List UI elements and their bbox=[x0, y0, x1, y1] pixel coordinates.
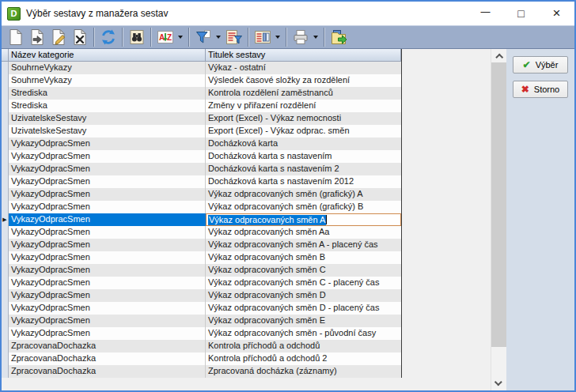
table-row[interactable]: VykazyOdpracSmenVýkaz odpracovaných směn… bbox=[2, 188, 401, 201]
table-row[interactable]: VykazyOdpracSmenDocházková karta s nasta… bbox=[2, 150, 401, 163]
title-cell[interactable]: Výkaz odpracovaných směn (grafický) A bbox=[206, 188, 401, 201]
category-cell[interactable]: Strediska bbox=[9, 100, 206, 112]
table-row[interactable]: VykazyOdpracSmenVýkaz odpracovaných směn… bbox=[2, 264, 401, 277]
category-cell[interactable]: VykazyOdpracSmen bbox=[9, 302, 206, 315]
filter-dropdown-button[interactable] bbox=[214, 27, 223, 47]
sort-az-button[interactable]: AZ bbox=[154, 27, 176, 47]
cancel-button[interactable]: ✖ Storno bbox=[513, 81, 568, 98]
filter-list-button[interactable] bbox=[223, 27, 244, 47]
scroll-up-button[interactable] bbox=[491, 49, 506, 62]
category-cell[interactable]: VykazyOdpracSmen bbox=[9, 163, 206, 175]
table-row[interactable]: ZpracovanaDochazkaZpracovaná docházka (z… bbox=[2, 365, 401, 378]
table-row[interactable]: UzivatelskeSestavyExport (Excel) - Výkaz… bbox=[2, 112, 401, 125]
edit-report-button[interactable] bbox=[47, 27, 69, 47]
title-cell[interactable]: Kontrola příchodů a odchodů bbox=[206, 340, 401, 352]
title-cell[interactable]: Kontrola příchodů a odchodů 2 bbox=[206, 352, 401, 365]
category-cell[interactable]: ZpracovanaDochazka bbox=[9, 365, 206, 378]
print-dropdown-button[interactable] bbox=[311, 27, 320, 47]
category-cell[interactable]: Strediska bbox=[9, 87, 206, 100]
table-row[interactable]: VykazyOdpracSmenDocházková karta s nasta… bbox=[2, 175, 401, 188]
category-cell[interactable]: VykazyOdpracSmen bbox=[9, 289, 206, 302]
table-row[interactable]: VykazyOdpracSmenVýkaz odpracovaných směn… bbox=[2, 289, 401, 302]
scrollbar-track[interactable] bbox=[491, 62, 506, 377]
table-row[interactable]: VykazyOdpracSmenVýkaz odpracovaných směn… bbox=[2, 315, 401, 327]
category-cell[interactable]: ZpracovanaDochazka bbox=[9, 340, 206, 352]
table-row[interactable]: UzivatelskeSestavyExport (Excel) - Výkaz… bbox=[2, 125, 401, 138]
title-cell[interactable]: Zpracovaná docházka (záznamy) bbox=[206, 365, 401, 378]
table-row[interactable]: VykazyOdpracSmenVýkaz odpracovaných směn… bbox=[2, 251, 401, 264]
maximize-button[interactable]: □ bbox=[503, 2, 539, 25]
title-cell[interactable]: Kontrola rozdělení zaměstnanců bbox=[206, 87, 401, 100]
category-cell[interactable]: VykazyOdpracSmen bbox=[9, 315, 206, 327]
title-cell[interactable]: Export (Excel) - Výkaz nemocnosti bbox=[206, 112, 401, 125]
column-header-title[interactable]: Titulek sestavy bbox=[206, 49, 401, 62]
category-cell[interactable]: VykazyOdpracSmen bbox=[9, 150, 206, 163]
category-cell[interactable]: VykazyOdpracSmen bbox=[9, 264, 206, 277]
title-cell[interactable]: Výkaz odpracovaných směn D - placený čas bbox=[206, 302, 401, 315]
minimize-button[interactable]: — bbox=[468, 2, 503, 25]
copy-report-button[interactable] bbox=[26, 27, 47, 47]
new-report-button[interactable] bbox=[5, 27, 26, 47]
select-button[interactable]: ✔ Výběr bbox=[513, 56, 568, 74]
title-cell[interactable]: Výkaz odpracovaných směn (grafický) B bbox=[206, 201, 401, 213]
category-cell[interactable]: VykazyOdpracSmen bbox=[9, 239, 206, 251]
title-cell[interactable]: Výkaz odpracovaných směn C - placený čas bbox=[206, 277, 401, 289]
table-row[interactable]: StrediskaKontrola rozdělení zaměstnanců bbox=[2, 87, 401, 100]
title-cell[interactable]: Výkaz odpracovaných směn Aa bbox=[206, 226, 401, 239]
category-cell[interactable]: VykazyOdpracSmen bbox=[9, 226, 206, 239]
category-cell[interactable]: VykazyOdpracSmen bbox=[9, 138, 206, 150]
title-cell[interactable]: Docházková karta s nastavením bbox=[206, 150, 401, 163]
category-cell[interactable]: SouhrneVykazy bbox=[9, 62, 206, 74]
export-button[interactable] bbox=[328, 27, 349, 47]
print-button[interactable] bbox=[290, 27, 311, 47]
table-row[interactable]: VykazyOdpracSmenVýkaz odpracovaných směn… bbox=[2, 201, 401, 213]
table-row[interactable]: SouhrneVykazyVýsledek časové složky za r… bbox=[2, 74, 401, 87]
table-row[interactable]: SouhrneVykazyVýkaz - ostatní bbox=[2, 62, 401, 74]
delete-report-button[interactable] bbox=[69, 27, 90, 47]
title-cell[interactable]: Výkaz odpracovaných směn E bbox=[206, 315, 401, 327]
title-cell[interactable]: Docházková karta s nastavením 2 bbox=[206, 163, 401, 175]
view-columns-dropdown-button[interactable] bbox=[273, 27, 282, 47]
category-cell[interactable]: VykazyOdpracSmen bbox=[9, 277, 206, 289]
category-cell[interactable]: UzivatelskeSestavy bbox=[9, 125, 206, 138]
filter-button[interactable] bbox=[192, 27, 214, 47]
table-row[interactable]: VykazyOdpracSmenVýkaz odpracovaných směn… bbox=[2, 277, 401, 289]
scrollbar-thumb[interactable] bbox=[491, 62, 506, 347]
sort-az-dropdown-button[interactable] bbox=[176, 27, 185, 47]
title-cell[interactable]: Výkaz odpracovaných směn D bbox=[206, 289, 401, 302]
column-header-category[interactable]: Název kategorie bbox=[9, 49, 206, 62]
category-cell[interactable]: VykazyOdpracSmen bbox=[9, 188, 206, 201]
refresh-button[interactable] bbox=[97, 27, 119, 47]
category-cell[interactable]: ZpracovanaDochazka bbox=[9, 352, 206, 365]
category-cell[interactable]: VykazyOdpracSmen bbox=[9, 175, 206, 188]
title-cell[interactable]: Výkaz odpracovaných směn - původní časy bbox=[206, 327, 401, 340]
category-cell[interactable]: VykazyOdpracSmen bbox=[9, 251, 206, 264]
title-cell[interactable]: Výkaz - ostatní bbox=[206, 62, 401, 74]
table-row[interactable]: VykazyOdpracSmenVýkaz odpracovaných směn… bbox=[2, 239, 401, 251]
close-button[interactable]: × bbox=[539, 2, 574, 25]
table-row[interactable]: ZpracovanaDochazkaKontrola příchodů a od… bbox=[2, 352, 401, 365]
table-row[interactable]: VykazyOdpracSmenDocházková karta bbox=[2, 138, 401, 150]
find-button[interactable] bbox=[126, 27, 147, 47]
title-cell[interactable]: Export (Excel) - Výkaz odprac. směn bbox=[206, 125, 401, 138]
title-cell[interactable]: Výkaz odpracovaných směn C bbox=[206, 264, 401, 277]
title-cell[interactable]: Výkaz odpracovaných směn B bbox=[206, 251, 401, 264]
table-row[interactable]: VykazyOdpracSmenDocházková karta s nasta… bbox=[2, 163, 401, 175]
category-cell[interactable]: VykazyOdpracSmen bbox=[9, 327, 206, 340]
table-row[interactable]: VykazyOdpracSmenVýkaz odpracovaných směn… bbox=[2, 226, 401, 239]
table-row[interactable]: ZpracovanaDochazkaKontrola příchodů a od… bbox=[2, 340, 401, 352]
category-cell[interactable]: VykazyOdpracSmen bbox=[9, 201, 206, 213]
title-cell[interactable]: Docházková karta s nastavením 2012 bbox=[206, 175, 401, 188]
title-cell[interactable]: Výkaz odpracovaných směn A - placený čas bbox=[206, 239, 401, 251]
category-cell[interactable]: SouhrneVykazy bbox=[9, 74, 206, 87]
category-cell[interactable]: UzivatelskeSestavy bbox=[9, 112, 206, 125]
view-columns-button[interactable] bbox=[252, 27, 273, 47]
scroll-down-button[interactable] bbox=[491, 377, 506, 390]
category-cell[interactable]: VykazyOdpracSmen bbox=[9, 213, 206, 226]
title-cell[interactable]: Výsledek časové složky za rozdělení bbox=[206, 74, 401, 87]
table-row[interactable]: VykazyOdpracSmenVýkaz odpracovaných směn… bbox=[2, 302, 401, 315]
title-cell[interactable]: Docházková karta bbox=[206, 138, 401, 150]
title-cell[interactable]: Výkaz odpracovaných směn A bbox=[206, 213, 401, 226]
table-row[interactable]: StrediskaZměny v přiřazení rozdělení bbox=[2, 100, 401, 112]
table-row[interactable]: VykazyOdpracSmenVýkaz odpracovaných směn… bbox=[2, 327, 401, 340]
